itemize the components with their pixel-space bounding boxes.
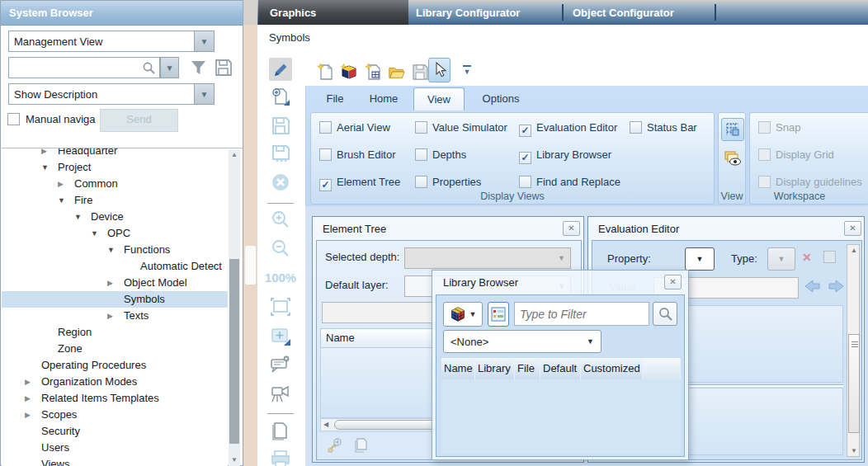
library-source-dropdown[interactable]: ▼ [443,302,483,327]
new-template-button[interactable] [364,63,382,81]
chevron-down-icon[interactable]: ▼ [194,84,214,104]
tree-item[interactable]: ▶Scopes [2,407,228,423]
collapse-arrow-icon[interactable]: ▼ [41,159,58,176]
scrollbar-thumb[interactable] [848,334,860,433]
save-search-icon[interactable] [214,58,234,78]
tree-item[interactable]: ▶Headquarter [2,148,228,159]
document-tab-symbols[interactable]: Symbols [269,31,310,44]
checkbox-aerial-view[interactable]: Aerial View [319,121,390,134]
collapse-arrow-icon[interactable]: ▼ [107,242,124,258]
center-view-button[interactable] [269,324,292,347]
checkbox-box[interactable] [319,148,332,161]
checkbox-box[interactable] [758,176,771,188]
checkbox-box[interactable]: ✓ [519,125,531,137]
library-table-body[interactable] [441,379,681,454]
checkbox-box[interactable] [758,121,771,134]
tree-item[interactable]: Users [2,440,228,456]
ribbon-tab-file[interactable]: File [315,87,355,111]
tree-item[interactable]: Zone [2,341,228,357]
column-header-library[interactable]: Library [475,358,515,379]
tab-object-configurator[interactable]: Object Configurator [573,0,674,25]
scroll-down-icon[interactable]: ▼ [847,447,861,454]
new-object-button[interactable] [340,63,358,81]
zoom-out-button[interactable] [269,237,292,260]
close-icon[interactable]: ✕ [664,275,682,289]
splitter-handle[interactable] [245,246,256,285]
scroll-down-icon[interactable]: ▼ [229,454,240,466]
pages-button[interactable] [269,419,292,442]
tree-item[interactable]: ▼Project [2,159,228,176]
remove-comment-button[interactable] [269,353,292,376]
chevron-down-icon[interactable]: ▼ [194,31,214,51]
open-button[interactable] [388,63,406,81]
expand-arrow-icon[interactable]: ▶ [107,275,124,291]
show-layers-button[interactable] [721,147,744,170]
save-as-button[interactable] [269,142,292,165]
search-button[interactable] [653,302,677,326]
evaluation-checkbox[interactable] [823,251,836,263]
add-reference-icon[interactable] [326,437,342,454]
checkbox-box[interactable] [415,148,427,161]
type-dropdown[interactable]: ▼ [767,247,795,271]
scroll-up-icon[interactable]: ▲ [229,149,240,161]
copy-icon[interactable] [352,437,369,454]
expand-arrow-icon[interactable]: ▶ [41,148,58,159]
checkbox-element-tree[interactable]: ✓Element Tree [319,176,400,189]
checkbox-box[interactable] [319,121,332,134]
tab-library-configurator[interactable]: Library Configurator [416,0,520,25]
expand-arrow-icon[interactable]: ▶ [25,374,41,390]
ribbon-tab-view[interactable]: View [413,87,465,111]
print-button[interactable] [269,448,292,466]
checkbox-box[interactable] [415,176,427,188]
selected-depth-dropdown[interactable]: ▼ [404,247,571,269]
tree-item[interactable]: ▶Common [2,176,228,192]
expand-arrow-icon[interactable]: ▶ [25,390,41,407]
tree-item[interactable]: ▼OPC [2,225,228,242]
send-button[interactable]: Send [100,109,178,132]
delete-icon[interactable]: ✕ [802,251,812,264]
checkbox-brush-editor[interactable]: Brush Editor [319,148,396,162]
checkbox-value-simulator[interactable]: Value Simulator [415,121,507,134]
expand-arrow-icon[interactable]: ▶ [107,308,124,324]
checkbox-display-guidelines[interactable]: Display guidelines [758,176,862,189]
tree-item-selected[interactable]: Symbols [2,291,228,308]
close-drawing-button[interactable] [269,171,292,194]
tree-scrollbar[interactable]: ▲ ▼ [229,149,240,466]
new-document-button[interactable] [316,63,334,81]
tree-item[interactable]: Automatic Detect [2,258,228,275]
tree-item[interactable]: Security [2,423,228,440]
fit-view-button[interactable] [269,295,292,318]
camera-button[interactable] [269,381,292,404]
checkbox-find-and-replace[interactable]: Find and Replace [519,176,620,189]
scroll-up-icon[interactable]: ▲ [847,247,861,254]
tree-item[interactable]: ▶Related Items Templates [2,390,228,407]
checkbox-box[interactable]: ✓ [319,179,332,191]
ribbon-tab-home[interactable]: Home [360,87,408,111]
checkbox-status-bar[interactable]: Status Bar [630,121,697,134]
tree-item[interactable]: ▼Functions [2,242,228,258]
filter-input[interactable] [514,302,649,326]
tree-item[interactable]: ▼Fire [2,192,228,209]
tree-item[interactable]: ▼Device [2,209,228,225]
search-input[interactable] [8,57,160,78]
scrollbar-thumb[interactable] [229,259,239,444]
edit-pen-button[interactable] [269,58,292,81]
forward-arrow-icon[interactable] [827,279,847,295]
view-selector-dropdown[interactable]: Management View ▼ [8,31,215,52]
close-icon[interactable]: ✕ [844,221,861,236]
add-page-button[interactable] [269,85,292,108]
filter-icon[interactable] [189,59,208,77]
customize-toolbar-button[interactable]: ▼ [460,63,474,79]
checkbox-box[interactable] [415,121,427,134]
scroll-left-icon[interactable]: ◀ [323,419,328,431]
checkbox-box[interactable]: ✓ [519,152,531,164]
tree-item[interactable]: Region [2,324,228,341]
view-mode-button[interactable] [488,302,509,327]
checkbox-display-grid[interactable]: Display Grid [758,148,834,162]
tree-item[interactable]: ▶Organization Modes [2,374,228,390]
back-arrow-icon[interactable] [804,279,823,295]
close-icon[interactable]: ✕ [563,221,580,236]
ribbon-tab-options[interactable]: Options [472,87,530,111]
checkbox-evaluation-editor[interactable]: ✓Evaluation Editor [519,121,617,134]
tab-graphics[interactable]: Graphics [258,0,408,25]
